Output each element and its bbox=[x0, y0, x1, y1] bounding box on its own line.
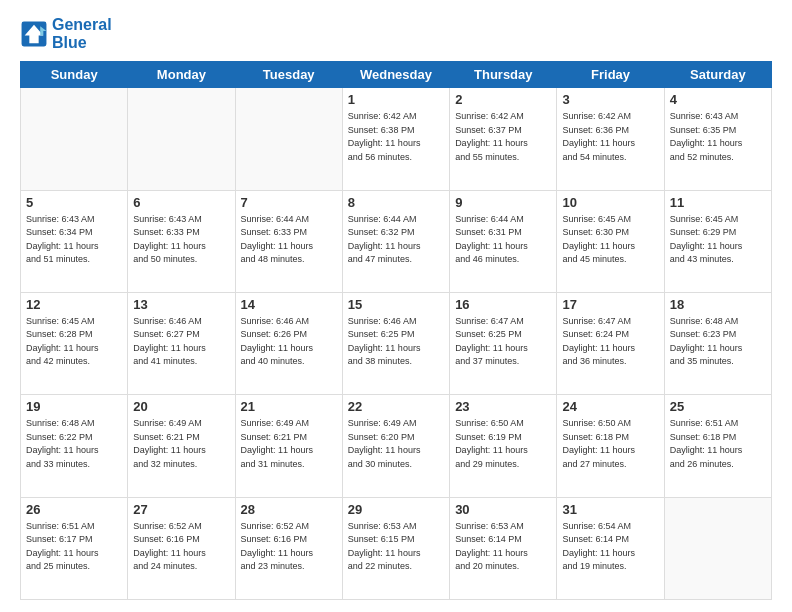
calendar-cell: 5Sunrise: 6:43 AMSunset: 6:34 PMDaylight… bbox=[21, 190, 128, 292]
logo-text: General Blue bbox=[52, 16, 112, 51]
day-number: 22 bbox=[348, 399, 444, 414]
col-tuesday: Tuesday bbox=[235, 62, 342, 88]
day-info: Sunrise: 6:46 AMSunset: 6:25 PMDaylight:… bbox=[348, 315, 444, 369]
day-number: 23 bbox=[455, 399, 551, 414]
day-info: Sunrise: 6:45 AMSunset: 6:30 PMDaylight:… bbox=[562, 213, 658, 267]
calendar-cell: 13Sunrise: 6:46 AMSunset: 6:27 PMDayligh… bbox=[128, 292, 235, 394]
calendar-cell: 14Sunrise: 6:46 AMSunset: 6:26 PMDayligh… bbox=[235, 292, 342, 394]
day-info: Sunrise: 6:51 AMSunset: 6:18 PMDaylight:… bbox=[670, 417, 766, 471]
day-info: Sunrise: 6:52 AMSunset: 6:16 PMDaylight:… bbox=[241, 520, 337, 574]
calendar-cell: 7Sunrise: 6:44 AMSunset: 6:33 PMDaylight… bbox=[235, 190, 342, 292]
day-info: Sunrise: 6:44 AMSunset: 6:31 PMDaylight:… bbox=[455, 213, 551, 267]
day-info: Sunrise: 6:50 AMSunset: 6:19 PMDaylight:… bbox=[455, 417, 551, 471]
day-number: 24 bbox=[562, 399, 658, 414]
calendar-cell: 23Sunrise: 6:50 AMSunset: 6:19 PMDayligh… bbox=[450, 395, 557, 497]
day-info: Sunrise: 6:49 AMSunset: 6:21 PMDaylight:… bbox=[241, 417, 337, 471]
day-number: 10 bbox=[562, 195, 658, 210]
calendar-week-4: 19Sunrise: 6:48 AMSunset: 6:22 PMDayligh… bbox=[21, 395, 772, 497]
day-number: 27 bbox=[133, 502, 229, 517]
day-info: Sunrise: 6:53 AMSunset: 6:15 PMDaylight:… bbox=[348, 520, 444, 574]
day-info: Sunrise: 6:46 AMSunset: 6:26 PMDaylight:… bbox=[241, 315, 337, 369]
day-info: Sunrise: 6:43 AMSunset: 6:34 PMDaylight:… bbox=[26, 213, 122, 267]
calendar-cell: 4Sunrise: 6:43 AMSunset: 6:35 PMDaylight… bbox=[664, 88, 771, 190]
day-info: Sunrise: 6:46 AMSunset: 6:27 PMDaylight:… bbox=[133, 315, 229, 369]
page: General Blue Sunday Monday Tuesday Wedne… bbox=[0, 0, 792, 612]
day-info: Sunrise: 6:49 AMSunset: 6:20 PMDaylight:… bbox=[348, 417, 444, 471]
col-thursday: Thursday bbox=[450, 62, 557, 88]
calendar-cell: 18Sunrise: 6:48 AMSunset: 6:23 PMDayligh… bbox=[664, 292, 771, 394]
calendar-week-2: 5Sunrise: 6:43 AMSunset: 6:34 PMDaylight… bbox=[21, 190, 772, 292]
calendar-cell: 19Sunrise: 6:48 AMSunset: 6:22 PMDayligh… bbox=[21, 395, 128, 497]
day-number: 9 bbox=[455, 195, 551, 210]
day-number: 12 bbox=[26, 297, 122, 312]
calendar-cell bbox=[128, 88, 235, 190]
calendar-cell: 20Sunrise: 6:49 AMSunset: 6:21 PMDayligh… bbox=[128, 395, 235, 497]
calendar-cell: 1Sunrise: 6:42 AMSunset: 6:38 PMDaylight… bbox=[342, 88, 449, 190]
day-number: 1 bbox=[348, 92, 444, 107]
day-number: 7 bbox=[241, 195, 337, 210]
col-wednesday: Wednesday bbox=[342, 62, 449, 88]
logo-icon bbox=[20, 20, 48, 48]
day-info: Sunrise: 6:52 AMSunset: 6:16 PMDaylight:… bbox=[133, 520, 229, 574]
calendar-cell: 31Sunrise: 6:54 AMSunset: 6:14 PMDayligh… bbox=[557, 497, 664, 599]
day-info: Sunrise: 6:44 AMSunset: 6:33 PMDaylight:… bbox=[241, 213, 337, 267]
day-info: Sunrise: 6:44 AMSunset: 6:32 PMDaylight:… bbox=[348, 213, 444, 267]
day-number: 26 bbox=[26, 502, 122, 517]
calendar-cell: 12Sunrise: 6:45 AMSunset: 6:28 PMDayligh… bbox=[21, 292, 128, 394]
calendar-cell: 17Sunrise: 6:47 AMSunset: 6:24 PMDayligh… bbox=[557, 292, 664, 394]
day-info: Sunrise: 6:48 AMSunset: 6:23 PMDaylight:… bbox=[670, 315, 766, 369]
day-info: Sunrise: 6:42 AMSunset: 6:36 PMDaylight:… bbox=[562, 110, 658, 164]
day-info: Sunrise: 6:47 AMSunset: 6:24 PMDaylight:… bbox=[562, 315, 658, 369]
calendar-cell: 8Sunrise: 6:44 AMSunset: 6:32 PMDaylight… bbox=[342, 190, 449, 292]
day-number: 21 bbox=[241, 399, 337, 414]
calendar-cell: 30Sunrise: 6:53 AMSunset: 6:14 PMDayligh… bbox=[450, 497, 557, 599]
logo: General Blue bbox=[20, 16, 112, 51]
calendar-cell: 10Sunrise: 6:45 AMSunset: 6:30 PMDayligh… bbox=[557, 190, 664, 292]
calendar-cell: 22Sunrise: 6:49 AMSunset: 6:20 PMDayligh… bbox=[342, 395, 449, 497]
day-number: 5 bbox=[26, 195, 122, 210]
day-info: Sunrise: 6:53 AMSunset: 6:14 PMDaylight:… bbox=[455, 520, 551, 574]
day-info: Sunrise: 6:54 AMSunset: 6:14 PMDaylight:… bbox=[562, 520, 658, 574]
col-monday: Monday bbox=[128, 62, 235, 88]
day-number: 14 bbox=[241, 297, 337, 312]
calendar-week-5: 26Sunrise: 6:51 AMSunset: 6:17 PMDayligh… bbox=[21, 497, 772, 599]
calendar-cell: 24Sunrise: 6:50 AMSunset: 6:18 PMDayligh… bbox=[557, 395, 664, 497]
calendar-cell: 27Sunrise: 6:52 AMSunset: 6:16 PMDayligh… bbox=[128, 497, 235, 599]
calendar-cell: 26Sunrise: 6:51 AMSunset: 6:17 PMDayligh… bbox=[21, 497, 128, 599]
calendar-cell bbox=[21, 88, 128, 190]
day-number: 20 bbox=[133, 399, 229, 414]
calendar-week-1: 1Sunrise: 6:42 AMSunset: 6:38 PMDaylight… bbox=[21, 88, 772, 190]
col-friday: Friday bbox=[557, 62, 664, 88]
day-number: 4 bbox=[670, 92, 766, 107]
day-number: 13 bbox=[133, 297, 229, 312]
calendar-week-3: 12Sunrise: 6:45 AMSunset: 6:28 PMDayligh… bbox=[21, 292, 772, 394]
day-number: 3 bbox=[562, 92, 658, 107]
calendar-cell: 25Sunrise: 6:51 AMSunset: 6:18 PMDayligh… bbox=[664, 395, 771, 497]
calendar-cell: 6Sunrise: 6:43 AMSunset: 6:33 PMDaylight… bbox=[128, 190, 235, 292]
day-info: Sunrise: 6:45 AMSunset: 6:28 PMDaylight:… bbox=[26, 315, 122, 369]
day-number: 6 bbox=[133, 195, 229, 210]
calendar-cell: 29Sunrise: 6:53 AMSunset: 6:15 PMDayligh… bbox=[342, 497, 449, 599]
day-number: 25 bbox=[670, 399, 766, 414]
day-number: 31 bbox=[562, 502, 658, 517]
day-info: Sunrise: 6:43 AMSunset: 6:35 PMDaylight:… bbox=[670, 110, 766, 164]
day-number: 19 bbox=[26, 399, 122, 414]
day-info: Sunrise: 6:50 AMSunset: 6:18 PMDaylight:… bbox=[562, 417, 658, 471]
day-number: 16 bbox=[455, 297, 551, 312]
col-sunday: Sunday bbox=[21, 62, 128, 88]
calendar-cell: 21Sunrise: 6:49 AMSunset: 6:21 PMDayligh… bbox=[235, 395, 342, 497]
day-info: Sunrise: 6:51 AMSunset: 6:17 PMDaylight:… bbox=[26, 520, 122, 574]
calendar-cell: 9Sunrise: 6:44 AMSunset: 6:31 PMDaylight… bbox=[450, 190, 557, 292]
day-info: Sunrise: 6:42 AMSunset: 6:37 PMDaylight:… bbox=[455, 110, 551, 164]
col-saturday: Saturday bbox=[664, 62, 771, 88]
calendar-cell: 15Sunrise: 6:46 AMSunset: 6:25 PMDayligh… bbox=[342, 292, 449, 394]
day-number: 2 bbox=[455, 92, 551, 107]
day-number: 15 bbox=[348, 297, 444, 312]
day-info: Sunrise: 6:42 AMSunset: 6:38 PMDaylight:… bbox=[348, 110, 444, 164]
calendar-header-row: Sunday Monday Tuesday Wednesday Thursday… bbox=[21, 62, 772, 88]
day-info: Sunrise: 6:49 AMSunset: 6:21 PMDaylight:… bbox=[133, 417, 229, 471]
calendar-cell: 16Sunrise: 6:47 AMSunset: 6:25 PMDayligh… bbox=[450, 292, 557, 394]
day-number: 17 bbox=[562, 297, 658, 312]
calendar-cell: 28Sunrise: 6:52 AMSunset: 6:16 PMDayligh… bbox=[235, 497, 342, 599]
day-number: 11 bbox=[670, 195, 766, 210]
